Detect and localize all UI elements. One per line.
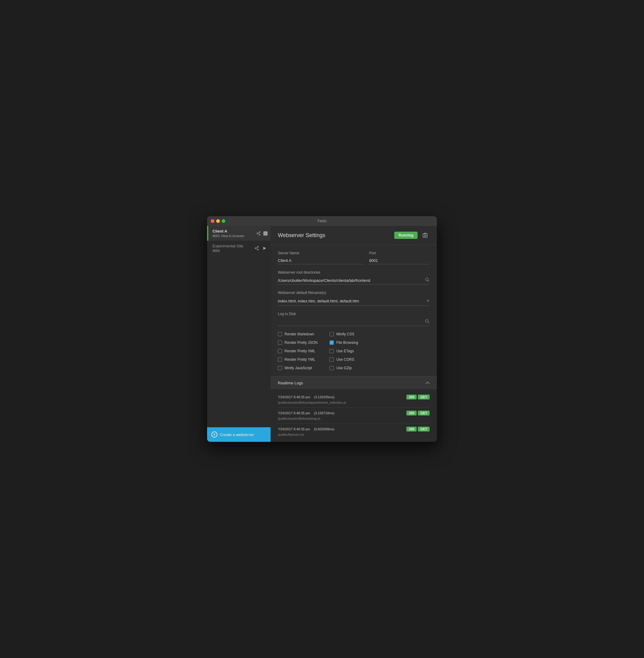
svg-marker-10 [263,247,266,250]
checkbox-minify-js[interactable]: Minify JavaScript [278,366,318,370]
cb-file-browsing[interactable] [329,340,334,345]
titlebar: Fenix [207,216,437,226]
log-method-1: GET [418,394,430,400]
delete-button[interactable] [420,231,430,240]
checkbox-render-pretty-yml[interactable]: Render Pretty YML [278,358,318,362]
search-icon[interactable] [423,278,430,283]
sidebar-spacer [207,255,271,427]
log-line1-2: 7/24/2017 8:48:35 pm (3.158718ms) 200 GE… [278,411,430,415]
checkbox-minify-css[interactable]: Minify CSS [329,332,358,336]
port-input[interactable] [369,257,430,264]
checkbox-render-pretty-json[interactable]: Render Pretty JSON [278,340,318,345]
close-button[interactable] [211,219,214,223]
cb-render-markdown[interactable] [278,332,282,336]
log-path-2: /public/assets/lib/bootstrap.js [278,417,430,420]
share-icon-2[interactable] [254,245,260,251]
svg-point-19 [426,278,429,281]
sidebar-item-actions [255,230,268,236]
checkbox-use-etags[interactable]: Use ETags [329,349,358,353]
checkbox-use-gzip[interactable]: Use GZip [329,366,358,370]
port-group: Port [369,251,430,264]
main-layout: Client A 8001 View in browser [207,226,437,442]
root-dir-field [278,276,430,285]
settings-content: Server Name Port Webserver root director… [271,245,437,376]
logs-collapse-icon[interactable] [426,380,430,386]
log-path-1: /public/assets/lib/bus/appointment_selec… [278,401,430,404]
root-dir-section: Webserver root directories [278,270,430,285]
log-status-1: 200 [406,394,417,400]
cb-render-pretty-json[interactable] [278,340,282,345]
svg-line-3 [258,232,259,233]
app-window: Fenix Client A 8001 View in browser [207,216,437,442]
svg-point-2 [257,233,258,234]
logs-title: Realtime Logs [278,381,303,385]
log-to-disk-input[interactable] [278,320,423,324]
play-icon[interactable] [261,245,268,251]
header-actions: Running [394,231,430,240]
server-name-input[interactable] [278,257,363,264]
checkbox-render-markdown[interactable]: Render Markdown [278,332,318,336]
create-webserver-button[interactable]: + Create a webserver [207,427,271,442]
cb-minify-css[interactable] [329,332,334,336]
sidebar-item-actions-2 [254,245,268,251]
log-status-2: 200 [406,411,417,415]
svg-point-1 [259,234,260,235]
cb-use-cors[interactable] [329,358,334,362]
svg-point-6 [257,249,258,250]
settings-title: Webserver Settings [278,232,325,239]
label-file-browsing: File Browsing [336,340,358,345]
cb-render-pretty-yml[interactable] [278,358,282,362]
logs-header[interactable]: Realtime Logs [271,377,437,389]
log-to-disk-field [278,318,430,326]
share-icon[interactable] [255,230,261,236]
cb-use-etags[interactable] [329,349,334,353]
checkbox-use-cors[interactable]: Use CORS [329,358,358,362]
log-badges-1: 200 GET [406,394,430,400]
log-method-2: GET [418,411,430,415]
cb-use-gzip[interactable] [329,366,334,370]
add-filename-icon[interactable]: + [424,298,430,304]
plus-icon: + [211,432,217,437]
label-minify-js: Minify JavaScript [284,366,312,370]
log-badges-2: 200 GET [406,411,430,415]
log-search-icon[interactable] [423,319,430,324]
svg-point-5 [257,246,258,247]
log-status-3: 200 [406,427,417,432]
sidebar-item-experimental[interactable]: Experimental Site 8002 [207,241,271,255]
checkbox-render-pretty-xml[interactable]: Render Pretty XML [278,349,318,353]
log-entries: 7/24/2017 8:48:35 pm (3.120335ms) 200 GE… [271,389,437,442]
minimize-button[interactable] [216,219,220,223]
svg-point-0 [259,231,260,232]
log-timestamp-3: 7/24/2017 8:48:35 pm (0.602058ms) [278,427,335,431]
svg-point-7 [255,248,256,249]
log-timestamp-2: 7/24/2017 8:48:35 pm (3.158718ms) [278,411,335,415]
log-timestamp-1: 7/24/2017 8:48:35 pm (3.120335ms) [278,395,335,399]
log-entry-2: 7/24/2017 8:48:35 pm (3.158718ms) 200 GE… [278,408,430,424]
label-use-cors: Use CORS [336,358,354,362]
checkboxes-left: Render Markdown Render Pretty JSON Rende… [278,332,318,370]
svg-line-9 [256,248,258,249]
label-render-markdown: Render Markdown [284,332,314,336]
window-controls [211,219,225,223]
log-badges-3: 200 GET [406,427,430,432]
svg-line-8 [256,247,258,248]
running-badge[interactable]: Running [394,232,417,239]
sidebar-item-client-a[interactable]: Client A 8001 View in browser [207,226,271,241]
default-filenames-section: Webserver default filename(s) + [278,291,430,306]
cb-minify-js[interactable] [278,366,282,370]
default-filenames-label: Webserver default filename(s) [278,291,430,295]
stop-button[interactable] [263,231,268,235]
checkboxes-right: Minify CSS File Browsing Use ETags [329,332,358,370]
label-use-gzip: Use GZip [336,366,352,370]
window-title: Fenix [318,219,326,223]
root-dir-input[interactable] [278,278,423,283]
checkbox-file-browsing[interactable]: File Browsing [329,340,358,345]
maximize-button[interactable] [222,219,225,223]
cb-render-pretty-xml[interactable] [278,349,282,353]
checkboxes-section: Render Markdown Render Pretty JSON Rende… [278,332,430,370]
label-use-etags: Use ETags [336,349,354,353]
default-filenames-input[interactable] [278,299,424,303]
label-render-pretty-json: Render Pretty JSON [284,340,318,345]
svg-line-22 [428,322,429,323]
root-dir-label: Webserver root directories [278,270,430,275]
